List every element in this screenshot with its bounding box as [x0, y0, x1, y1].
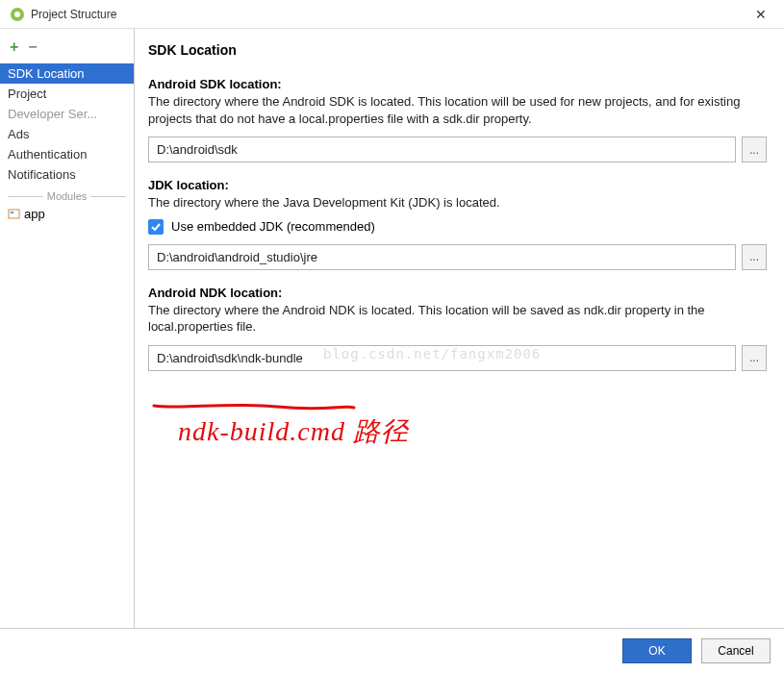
- svg-rect-2: [9, 210, 19, 218]
- sidebar-item-notifications[interactable]: Notifications: [0, 164, 134, 185]
- embedded-jdk-label: Use embedded JDK (recommended): [171, 219, 375, 234]
- embedded-jdk-checkbox-row[interactable]: Use embedded JDK (recommended): [148, 219, 767, 235]
- sidebar-item-label: SDK Location: [8, 66, 85, 81]
- remove-icon[interactable]: −: [28, 38, 37, 56]
- sidebar-item-label: Notifications: [8, 167, 76, 182]
- ok-button[interactable]: OK: [622, 638, 692, 663]
- sidebar-item-authentication[interactable]: Authentication: [0, 144, 134, 164]
- jdk-location-desc: The directory where the Java Development…: [148, 194, 767, 212]
- page-title: SDK Location: [148, 42, 767, 58]
- sidebar-item-developer-services[interactable]: Developer Ser...: [0, 104, 134, 124]
- sidebar-item-label: Developer Ser...: [8, 107, 97, 121]
- dialog-footer: OK Cancel: [0, 628, 784, 672]
- sidebar-toolbar: + −: [0, 35, 134, 63]
- main-panel: SDK Location Android SDK location: The d…: [135, 29, 784, 628]
- sidebar: + − SDK Location Project Developer Ser..…: [0, 29, 135, 628]
- module-label: app: [24, 207, 45, 221]
- sdk-browse-button[interactable]: ...: [742, 137, 767, 162]
- module-icon: [8, 208, 20, 220]
- svg-point-1: [14, 12, 20, 17]
- sidebar-item-ads[interactable]: Ads: [0, 124, 134, 144]
- close-button[interactable]: ✕: [747, 3, 774, 26]
- add-icon[interactable]: +: [10, 38, 18, 56]
- sdk-location-desc: The directory where the Android SDK is l…: [148, 93, 767, 127]
- window-title: Project Structure: [31, 8, 116, 21]
- embedded-jdk-checkbox[interactable]: [148, 219, 164, 235]
- module-item-app[interactable]: app: [0, 204, 134, 224]
- sidebar-item-label: Ads: [8, 127, 29, 141]
- titlebar-left: Project Structure: [10, 7, 116, 22]
- modules-separator: Modules: [4, 190, 130, 202]
- titlebar: Project Structure ✕: [0, 0, 784, 29]
- cancel-button[interactable]: Cancel: [701, 638, 771, 663]
- jdk-location-label: JDK location:: [148, 178, 767, 192]
- sidebar-item-project[interactable]: Project: [0, 84, 134, 104]
- android-studio-icon: [10, 7, 25, 22]
- jdk-browse-button[interactable]: ...: [742, 244, 767, 270]
- ndk-location-input[interactable]: [148, 345, 736, 371]
- ndk-location-desc: The directory where the Android NDK is l…: [148, 302, 767, 336]
- jdk-location-input[interactable]: [148, 244, 736, 270]
- sidebar-item-label: Authentication: [8, 147, 87, 162]
- sidebar-item-label: Project: [8, 87, 46, 101]
- svg-rect-3: [11, 212, 13, 213]
- check-icon: [150, 221, 162, 233]
- body: + − SDK Location Project Developer Ser..…: [0, 29, 784, 628]
- ndk-location-label: Android NDK location:: [148, 286, 767, 300]
- sdk-location-label: Android SDK location:: [148, 77, 767, 91]
- sidebar-item-sdk-location[interactable]: SDK Location: [0, 63, 134, 84]
- sdk-location-input[interactable]: [148, 137, 736, 162]
- ndk-browse-button[interactable]: ...: [742, 345, 767, 371]
